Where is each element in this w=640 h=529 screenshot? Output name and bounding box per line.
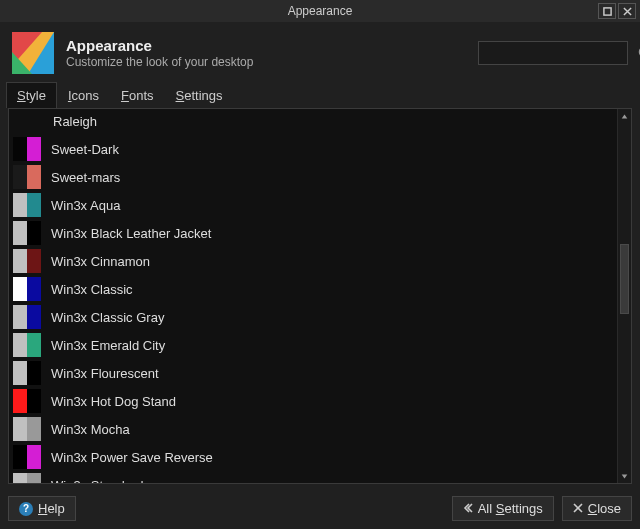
- theme-swatch: [13, 445, 41, 469]
- scroll-down-button[interactable]: [618, 469, 631, 483]
- theme-row[interactable]: Win3x Black Leather Jacket: [9, 219, 617, 247]
- theme-name: Win3x Hot Dog Stand: [51, 394, 176, 409]
- theme-swatch: [13, 137, 41, 161]
- help-icon: ?: [19, 502, 33, 516]
- theme-name: Win3x Mocha: [51, 422, 130, 437]
- tab-icons[interactable]: Icons: [57, 82, 110, 108]
- theme-row[interactable]: Win3x Standard: [9, 471, 617, 483]
- close-mnemonic: C: [588, 501, 597, 516]
- window-titlebar: Appearance: [0, 0, 640, 22]
- theme-swatch: [13, 389, 41, 413]
- theme-swatch: [13, 305, 41, 329]
- theme-name: Win3x Standard: [51, 478, 144, 484]
- help-mnemonic: H: [38, 501, 47, 516]
- tab-style[interactable]: Style: [6, 82, 57, 108]
- theme-name: Sweet-Dark: [51, 142, 119, 157]
- theme-list[interactable]: RaleighSweet-DarkSweet-marsWin3x AquaWin…: [9, 109, 617, 483]
- tab-fonts[interactable]: Fonts: [110, 82, 165, 108]
- theme-swatch: [13, 361, 41, 385]
- close-icon: [573, 501, 583, 516]
- theme-list-panel: RaleighSweet-DarkSweet-marsWin3x AquaWin…: [8, 108, 632, 484]
- theme-row[interactable]: Win3x Power Save Reverse: [9, 443, 617, 471]
- window-title: Appearance: [288, 4, 353, 18]
- theme-name: Win3x Emerald City: [51, 338, 165, 353]
- search-input[interactable]: [479, 46, 637, 60]
- theme-swatch: [13, 193, 41, 217]
- svg-marker-7: [622, 114, 628, 118]
- theme-row[interactable]: Raleigh: [9, 109, 617, 135]
- theme-row[interactable]: Sweet-Dark: [9, 135, 617, 163]
- theme-name: Win3x Black Leather Jacket: [51, 226, 211, 241]
- theme-row[interactable]: Sweet-mars: [9, 163, 617, 191]
- all-settings-label: All Settings: [478, 501, 543, 516]
- header: Appearance Customize the look of your de…: [0, 22, 640, 82]
- help-button[interactable]: ? Help: [8, 496, 76, 521]
- appearance-icon: [12, 32, 54, 74]
- scrollbar[interactable]: [617, 109, 631, 483]
- theme-row[interactable]: Win3x Classic Gray: [9, 303, 617, 331]
- scrollbar-thumb[interactable]: [620, 244, 629, 314]
- theme-row[interactable]: Win3x Emerald City: [9, 331, 617, 359]
- page-title: Appearance: [66, 37, 253, 54]
- theme-name: Win3x Flourescent: [51, 366, 159, 381]
- theme-name: Win3x Aqua: [51, 198, 120, 213]
- close-button[interactable]: Close: [562, 496, 632, 521]
- svg-marker-8: [622, 474, 628, 478]
- maximize-button[interactable]: [598, 3, 616, 19]
- close-window-button[interactable]: [618, 3, 636, 19]
- theme-swatch: [13, 473, 41, 483]
- theme-name: Win3x Classic Gray: [51, 310, 164, 325]
- theme-name: Raleigh: [53, 114, 97, 129]
- tab-bar: StyleIconsFontsSettings: [0, 82, 640, 108]
- theme-row[interactable]: Win3x Flourescent: [9, 359, 617, 387]
- theme-name: Sweet-mars: [51, 170, 120, 185]
- theme-name: Win3x Power Save Reverse: [51, 450, 213, 465]
- theme-row[interactable]: Win3x Classic: [9, 275, 617, 303]
- page-subtitle: Customize the look of your desktop: [66, 55, 253, 69]
- theme-name: Win3x Classic: [51, 282, 133, 297]
- theme-name: Win3x Cinnamon: [51, 254, 150, 269]
- theme-swatch: [13, 165, 41, 189]
- chevron-left-icon: [463, 501, 473, 516]
- theme-swatch: [13, 277, 41, 301]
- theme-swatch: [13, 221, 41, 245]
- theme-row[interactable]: Win3x Mocha: [9, 415, 617, 443]
- search-input-container[interactable]: [478, 41, 628, 65]
- scroll-up-button[interactable]: [618, 109, 631, 123]
- scrollbar-track[interactable]: [618, 123, 631, 469]
- theme-row[interactable]: Win3x Aqua: [9, 191, 617, 219]
- svg-rect-0: [603, 7, 610, 14]
- theme-row[interactable]: Win3x Cinnamon: [9, 247, 617, 275]
- theme-row[interactable]: Win3x Hot Dog Stand: [9, 387, 617, 415]
- theme-swatch: [13, 249, 41, 273]
- theme-swatch: [13, 333, 41, 357]
- all-settings-button[interactable]: All Settings: [452, 496, 554, 521]
- theme-swatch: [13, 417, 41, 441]
- tab-settings[interactable]: Settings: [165, 82, 234, 108]
- footer: ? Help All Settings Close: [0, 490, 640, 529]
